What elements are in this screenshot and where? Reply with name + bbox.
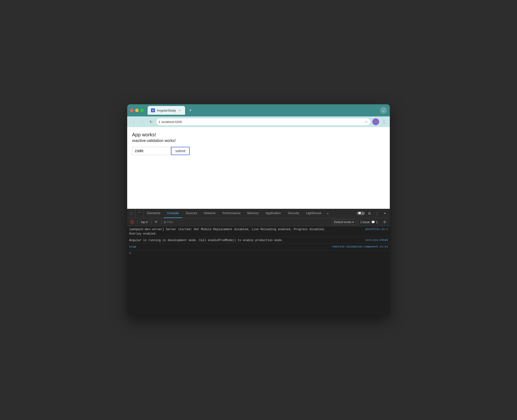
- profile-icon: 🌿: [374, 120, 378, 123]
- tab-elements[interactable]: Elements: [144, 209, 164, 218]
- console-line-1: [webpack-dev-server] Server started: Hot…: [127, 226, 390, 237]
- close-icon: ×: [384, 211, 386, 216]
- default-levels-label: Default levels: [334, 220, 351, 224]
- clear-icon: 🚫: [130, 220, 134, 224]
- console-link-2[interactable]: core.mjs:25520: [365, 239, 388, 242]
- console-output: [webpack-dev-server] Server started: Hot…: [127, 226, 390, 316]
- more-tabs-button[interactable]: »: [325, 211, 330, 215]
- page-content: App works! reactive-validation works! su…: [127, 127, 390, 209]
- new-tab-button[interactable]: +: [187, 107, 194, 114]
- context-selector[interactable]: top ▾: [140, 220, 149, 225]
- custom-formatters-button[interactable]: 👁: [153, 219, 160, 225]
- console-issues-section[interactable]: 1 Issue: 💬 1: [358, 220, 380, 225]
- tab-list-button[interactable]: ⌄: [380, 107, 387, 114]
- inspect-icon: ⬚: [130, 211, 133, 215]
- dropdown-icon: ▾: [146, 220, 148, 224]
- form-input[interactable]: [132, 147, 171, 155]
- address-text: localhost:4200: [161, 120, 363, 124]
- tab-sources[interactable]: Sources: [182, 209, 201, 218]
- menu-button[interactable]: ⋮: [381, 119, 387, 125]
- prompt-symbol: >: [129, 251, 131, 255]
- app-heading: App works!: [132, 132, 385, 138]
- filter-section: ⊘: [164, 220, 330, 224]
- devtools-toolbar: ⬚ 📱 Elements Console Sources Network: [127, 209, 390, 218]
- device-icon: 📱: [138, 211, 142, 215]
- tab-security[interactable]: Security: [284, 209, 303, 218]
- eye-icon: 👁: [155, 220, 158, 224]
- submit-button[interactable]: submit: [171, 147, 190, 155]
- filter-icon: ⊘: [164, 220, 166, 224]
- device-toggle-button[interactable]: 📱: [135, 209, 144, 218]
- browser-window: A AngularStudy × + ⌄ ← → ↻ ℹ localhost:4…: [127, 104, 390, 316]
- devtools-panel: ⬚ 📱 Elements Console Sources Network: [127, 209, 390, 316]
- issues-count-label: 1 Issue:: [360, 220, 370, 224]
- tab-favicon: A: [151, 108, 155, 112]
- console-log-text-2: Angular is running in development mode. …: [129, 238, 364, 243]
- tab-application[interactable]: Application: [262, 209, 285, 218]
- console-line-2: Angular is running in development mode. …: [127, 237, 390, 244]
- console-settings-button[interactable]: ⚙: [382, 219, 388, 225]
- close-traffic-light[interactable]: [130, 109, 134, 112]
- tab-close-button[interactable]: ×: [178, 108, 182, 112]
- profile-button[interactable]: 🌿: [372, 118, 379, 125]
- badge-count: 1: [362, 212, 364, 215]
- back-button[interactable]: ←: [130, 118, 137, 125]
- tab-performance[interactable]: Performance: [219, 209, 244, 218]
- tab-lighthouse[interactable]: Lighthouse: [303, 209, 325, 218]
- console-prompt[interactable]: >: [127, 250, 390, 256]
- title-bar: A AngularStudy × + ⌄: [127, 104, 390, 116]
- gear-icon: ⚙: [368, 211, 371, 215]
- browser-tab[interactable]: A AngularStudy ×: [148, 106, 185, 115]
- filter-input[interactable]: [167, 220, 330, 224]
- console-value-text: true: [129, 245, 330, 249]
- divider-2: [151, 220, 151, 225]
- divider: [137, 220, 138, 225]
- clear-console-button[interactable]: 🚫: [129, 219, 135, 225]
- issues-chat-icon: 💬: [371, 220, 375, 224]
- console-log-text-1: [webpack-dev-server] Server started: Hot…: [129, 227, 364, 236]
- tab-network[interactable]: Network: [201, 209, 219, 218]
- divider-3: [161, 220, 162, 225]
- devtools-tabs: Elements Console Sources Network Perform…: [144, 209, 354, 218]
- devtools-actions: 💬 1 ⚙ ⋮ ×: [354, 210, 390, 217]
- minimize-traffic-light[interactable]: [135, 109, 139, 112]
- tab-title: AngularStudy: [157, 109, 176, 112]
- console-link-3[interactable]: reactive-validation.component.ts:24: [332, 245, 388, 248]
- more-icon: ⋮: [375, 211, 379, 215]
- tab-console[interactable]: Console: [164, 209, 182, 218]
- chat-icon: 💬: [358, 212, 361, 215]
- console-toolbar: 🚫 top ▾ 👁 ⊘ Default levels ▾ 1 Issu: [127, 218, 390, 226]
- address-bar[interactable]: ℹ localhost:4200 ☆: [156, 118, 370, 125]
- inspect-element-button[interactable]: ⬚: [127, 209, 135, 218]
- nav-bar: ← → ↻ ℹ localhost:4200 ☆ 🌿 ⋮: [127, 116, 390, 127]
- info-icon: ℹ: [159, 120, 160, 124]
- context-label: top: [141, 220, 145, 224]
- reload-button[interactable]: ↻: [148, 118, 154, 125]
- settings-icon: ⚙: [383, 220, 386, 224]
- forward-button[interactable]: →: [139, 118, 146, 125]
- log-levels-selector[interactable]: Default levels ▾: [332, 219, 356, 225]
- console-link-1[interactable]: polyfills.js:1: [365, 228, 388, 231]
- devtools-close-button[interactable]: ×: [382, 210, 388, 217]
- devtools-more-button[interactable]: ⋮: [374, 210, 381, 217]
- console-line-3: true reactive-validation.component.ts:24: [127, 244, 390, 250]
- devtools-settings-button[interactable]: ⚙: [366, 210, 373, 217]
- dropdown-arrow-icon: ▾: [352, 220, 354, 224]
- issues-badge[interactable]: 💬 1: [357, 211, 365, 215]
- maximize-traffic-light[interactable]: [140, 109, 144, 112]
- bookmark-button[interactable]: ☆: [365, 120, 368, 124]
- form-row: submit: [132, 147, 385, 155]
- traffic-lights: [130, 109, 144, 112]
- tab-memory[interactable]: Memory: [244, 209, 262, 218]
- app-subheading: reactive-validation works!: [132, 139, 385, 143]
- issues-badge-count: 1: [376, 220, 378, 224]
